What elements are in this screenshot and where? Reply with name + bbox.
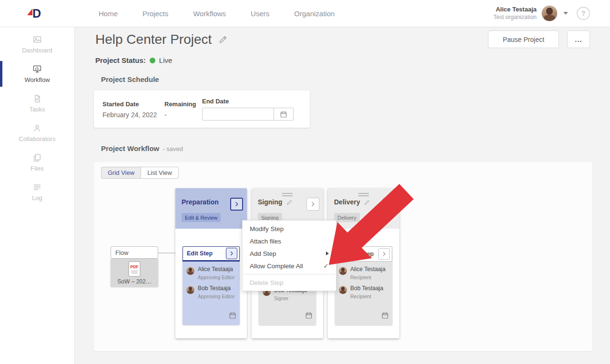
calendar-icon[interactable] — [305, 312, 313, 321]
user-area: Alice Testaaja Test organization ? — [493, 5, 590, 21]
remaining-value: - — [164, 111, 196, 119]
status-value: Live — [159, 56, 173, 64]
member-name: Alice Testaaja — [198, 266, 235, 273]
substep-header[interactable]: Deliver Step — [335, 246, 392, 262]
app-logo-icon[interactable]: D — [26, 5, 43, 21]
project-status-row: Project Status: Live — [95, 56, 172, 64]
drag-handle-icon[interactable] — [282, 192, 293, 198]
edit-step-pencil-icon[interactable] — [286, 199, 293, 205]
page-title: Help Center Project — [95, 32, 212, 47]
nav-home[interactable]: Home — [99, 10, 118, 18]
end-date-input[interactable] — [202, 108, 274, 121]
member-role: Approving Editor — [198, 274, 235, 280]
main-content: Help Center Project Pause Project ... Pr… — [75, 27, 610, 364]
edit-title-pencil-icon[interactable] — [218, 35, 228, 44]
calendar-icon[interactable] — [381, 312, 389, 321]
sidebar: Dashboard Workflow Tasks Collaborators F… — [0, 27, 75, 364]
nav-projects[interactable]: Projects — [142, 10, 168, 18]
chevron-right-icon — [234, 201, 240, 207]
submenu-arrow-icon — [326, 252, 329, 255]
flow-lane-label: Flow — [111, 246, 158, 259]
nav-users[interactable]: Users — [251, 10, 269, 18]
drag-handle-icon[interactable] — [358, 192, 369, 198]
nav-organization[interactable]: Organization — [294, 10, 335, 18]
end-date-calendar-button[interactable] — [274, 108, 294, 121]
step-type-badge: Delivery — [334, 213, 360, 222]
flow-file-card[interactable]: PDF SoW – 202… — [111, 259, 158, 287]
logo-letter: D — [32, 7, 41, 20]
user-name: Alice Testaaja — [493, 6, 537, 14]
main-nav: Home Projects Workflows Users Organizati… — [99, 10, 335, 18]
user-avatar[interactable] — [541, 5, 558, 21]
member-row: Alice Testaaja Approving Editor — [186, 266, 240, 280]
menu-item-modify-step[interactable]: Modify Step — [243, 222, 336, 235]
chevron-right-icon — [386, 201, 392, 207]
help-question-icon: ? — [581, 10, 586, 17]
member-row: Alice Testaaja Recipient — [339, 266, 392, 280]
sidebar-item-collaborators[interactable]: Collaborators — [0, 118, 74, 148]
edit-step-pencil-icon[interactable] — [364, 199, 370, 205]
person-icon — [32, 123, 42, 133]
substep-body: Alice Testaaja Recipient Bob Testaaja Re… — [335, 262, 392, 325]
step-header[interactable]: Delivery Delivery — [328, 188, 399, 229]
substep-header[interactable]: Edit Step — [183, 246, 240, 262]
sidebar-item-dashboard[interactable]: Dashboard — [0, 30, 74, 59]
menu-item-attach-files[interactable]: Attach files — [243, 235, 336, 247]
step-header[interactable]: Preparation Edit & Review — [175, 188, 247, 229]
member-avatar — [339, 267, 347, 275]
chevron-down-icon[interactable] — [563, 12, 568, 15]
member-role: Recipient — [350, 274, 386, 280]
log-icon — [32, 182, 42, 192]
sidebar-item-label: Workflow — [24, 76, 50, 83]
member-row: Bob Testaaja Recipient — [339, 285, 392, 299]
step-title: Delivery — [334, 198, 360, 206]
sidebar-item-workflow[interactable]: Workflow — [0, 59, 74, 89]
sidebar-item-label: Log — [32, 194, 42, 202]
svg-text:PDF: PDF — [131, 264, 139, 269]
substep-card-deliver-step[interactable]: Deliver Step Alice Testaaja Recipient — [335, 246, 392, 325]
schedule-section-title: Project Schedule — [101, 75, 159, 83]
step-card-preparation[interactable]: Preparation Edit & Review Edit Step — [175, 188, 247, 338]
status-label: Project Status: — [95, 56, 146, 64]
menu-item-allow-complete-all[interactable]: Allow Complete All ✓ — [243, 260, 336, 272]
flow-file-name: SoW – 202… — [117, 278, 151, 285]
member-role: Signer — [274, 295, 307, 301]
step-card-delivery[interactable]: Delivery Delivery Deliver Step — [328, 188, 399, 338]
member-avatar — [186, 267, 194, 275]
sidebar-item-label: Dashboard — [22, 47, 52, 54]
app-window: D Home Projects Workflows Users Organiza… — [0, 0, 610, 364]
substep-expand-button[interactable] — [378, 248, 390, 260]
help-button[interactable]: ? — [577, 7, 590, 20]
chevron-right-icon — [310, 201, 316, 207]
saved-indicator: - saved — [163, 145, 183, 152]
top-navbar: D Home Projects Workflows Users Organiza… — [0, 0, 610, 27]
calendar-icon — [280, 111, 287, 118]
list-view-button[interactable]: List View — [141, 167, 179, 179]
member-row: Bob Testaaja Approving Editor — [186, 285, 240, 299]
step-context-menu: Modify Step Attach files Add Step Allow … — [242, 220, 336, 291]
chevron-right-icon — [381, 251, 387, 257]
more-options-button[interactable]: ... — [567, 30, 590, 48]
workflow-icon — [32, 64, 42, 74]
chevron-right-icon — [229, 251, 234, 256]
started-date-value: February 24, 2022 — [102, 111, 157, 119]
member-name: Bob Testaaja — [350, 285, 383, 292]
sidebar-item-label: Tasks — [29, 106, 45, 113]
sidebar-item-tasks[interactable]: Tasks — [0, 89, 74, 118]
sidebar-item-log[interactable]: Log — [0, 177, 74, 207]
step-expand-button[interactable] — [230, 198, 243, 211]
end-date-label: End Date — [202, 98, 294, 105]
step-expand-button[interactable] — [306, 198, 319, 211]
step-expand-button[interactable] — [383, 198, 396, 211]
substep-expand-button[interactable] — [226, 248, 237, 259]
menu-item-add-step[interactable]: Add Step — [243, 247, 336, 260]
pause-project-button[interactable]: Pause Project — [488, 30, 559, 48]
calendar-icon[interactable] — [229, 312, 236, 321]
substep-card-edit-step[interactable]: Edit Step Alice Testaaja Approving Edito… — [183, 246, 240, 325]
step-title: Preparation — [182, 198, 219, 206]
substep-body: Alice Testaaja Approving Editor Bob Test… — [183, 262, 240, 325]
nav-workflows[interactable]: Workflows — [193, 10, 226, 18]
sidebar-item-files[interactable]: Files — [0, 148, 74, 177]
grid-view-button[interactable]: Grid View — [101, 167, 141, 179]
member-role: Recipient — [350, 293, 383, 299]
